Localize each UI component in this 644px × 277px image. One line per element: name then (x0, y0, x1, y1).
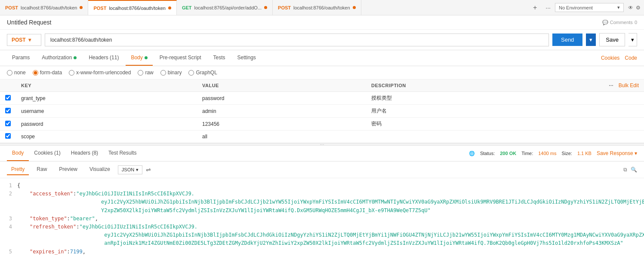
row-value[interactable]: 123456 (197, 118, 366, 131)
json-line-5: 5 "expires_in": 7199, (7, 248, 637, 256)
body-type-none[interactable]: none (7, 70, 26, 76)
more-tabs-button[interactable]: ··· (542, 4, 554, 11)
row-action (601, 118, 644, 131)
body-type-binary[interactable]: binary (160, 70, 182, 76)
body-type-urlencoded[interactable]: x-www-form-urlencoded (69, 70, 131, 76)
tab-authorization[interactable]: Authorization (37, 50, 82, 66)
tab-url-label: localhost:8766/oauth/token (109, 6, 166, 11)
search-icon[interactable]: 🔍 (631, 167, 637, 173)
table-header-actions: ··· Bulk Edit (601, 79, 644, 92)
cookies-link[interactable]: Cookies (601, 55, 619, 61)
row-checkbox[interactable] (5, 133, 11, 139)
code-link[interactable]: Code (625, 55, 637, 61)
body-type-bar: none form-data x-www-form-urlencoded raw… (0, 66, 644, 79)
eye-icon[interactable]: 👁 (628, 5, 633, 11)
comments-section: 💬 Comments 0 (602, 20, 637, 25)
save-button[interactable]: Save (599, 33, 625, 46)
method-chevron-icon: ▾ (28, 37, 31, 43)
row-key[interactable]: scope (16, 131, 197, 143)
row-value[interactable]: password (197, 92, 366, 105)
save-dropdown-button[interactable]: ▾ (629, 33, 637, 46)
row-checkbox[interactable] (5, 121, 11, 126)
chevron-down-icon: ▾ (617, 5, 620, 10)
status-label: Status: (480, 151, 495, 156)
tab-url-label: localhost:8766/oauth/token (21, 5, 77, 10)
tab-2[interactable]: POST localhost:8766/oauth/token (88, 0, 176, 15)
tab-body[interactable]: Body (126, 50, 152, 66)
tab-modified-dot (168, 6, 171, 9)
comments-label[interactable]: Comments (610, 20, 633, 25)
params-table-container: KEY VALUE DESCRIPTION ··· Bulk Edit gran… (0, 79, 644, 143)
format-tab-pretty[interactable]: Pretty (7, 164, 29, 175)
url-input[interactable] (45, 33, 549, 46)
body-type-form-data[interactable]: form-data (33, 70, 62, 76)
row-checkbox-cell[interactable] (0, 105, 16, 118)
row-action (601, 92, 644, 105)
json-line-4: 4 "refresh_token": "eyJhbGciOiJIUzI1NiIs… (7, 223, 637, 248)
bulk-edit-button[interactable]: Bulk Edit (619, 82, 639, 88)
row-description[interactable]: 密码 (366, 118, 601, 131)
right-tabs: Cookies Code (601, 55, 637, 61)
row-key[interactable]: username (16, 105, 197, 118)
tab-pre-request-script[interactable]: Pre-request Script (154, 50, 206, 66)
tab-settings[interactable]: Settings (232, 50, 261, 66)
copy-icon[interactable]: ⧉ (623, 167, 627, 173)
tab-modified-dot (80, 6, 83, 9)
tab-4[interactable]: POST localhost:8766/oauth/token (273, 0, 361, 15)
row-value[interactable]: admin (197, 105, 366, 118)
save-response-button[interactable]: Save Response ▾ (597, 150, 637, 156)
gear-icon[interactable]: ⚙ (636, 5, 641, 11)
comments-count: 0 (635, 20, 637, 25)
response-body: 1 { 2 "access_token": "eyJhbGciOiJIUzI1N… (0, 178, 644, 256)
env-dropdown[interactable]: No Environment ▾ (555, 3, 624, 12)
format-tab-raw[interactable]: Raw (32, 164, 51, 175)
tab-method-label: POST (5, 5, 18, 10)
format-tab-visualize[interactable]: Visualize (85, 164, 114, 175)
send-dropdown-button[interactable]: ▾ (586, 33, 596, 46)
comment-icon: 💬 (602, 20, 608, 25)
add-tab-button[interactable]: + (529, 4, 541, 12)
row-description[interactable]: 授权类型 (366, 92, 601, 105)
body-type-raw[interactable]: raw (138, 70, 153, 76)
row-action (601, 105, 644, 118)
table-row: grant_type password 授权类型 (0, 92, 644, 105)
row-description[interactable] (366, 131, 601, 143)
tab-headers[interactable]: Headers (11) (83, 50, 124, 66)
table-header-value: VALUE (197, 79, 366, 92)
row-key[interactable]: grant_type (16, 92, 197, 105)
json-format-select[interactable]: JSON ▾ (118, 165, 142, 174)
row-description[interactable]: 用户名 (366, 105, 601, 118)
tab-url-label: localhost:8765/api/order/addO... (194, 5, 262, 10)
more-actions-icon[interactable]: ··· (609, 83, 613, 88)
row-checkbox[interactable] (5, 95, 11, 100)
tab-params[interactable]: Params (7, 50, 35, 66)
wrap-icon[interactable]: ⇌ (146, 166, 151, 173)
resp-tab-cookies[interactable]: Cookies (1) (29, 146, 65, 161)
resp-tab-test-results[interactable]: Test Results (103, 146, 142, 161)
row-checkbox-cell[interactable] (0, 131, 16, 143)
row-checkbox-cell[interactable] (0, 92, 16, 105)
tab-3[interactable]: GET localhost:8765/api/order/addO... (177, 0, 273, 15)
tab-modified-dot (264, 6, 267, 9)
tab-method-label: POST (278, 5, 291, 10)
response-status-bar: 🌐 Status: 200 OK Time: 1400 ms Size: 1.1… (469, 150, 637, 156)
resp-tab-body[interactable]: Body (7, 146, 29, 161)
tab-modified-dot (353, 6, 356, 9)
method-select[interactable]: POST ▾ (7, 34, 41, 46)
tab-1[interactable]: POST localhost:8766/oauth/token (0, 0, 88, 15)
row-value[interactable]: all (197, 131, 366, 143)
resp-tab-headers[interactable]: Headers (8) (66, 146, 103, 161)
top-icons: 👁 ⚙ (625, 5, 644, 11)
row-checkbox[interactable] (5, 108, 11, 113)
row-checkbox-cell[interactable] (0, 118, 16, 131)
authorization-dot (74, 56, 77, 59)
row-action (601, 131, 644, 143)
row-key[interactable]: password (16, 118, 197, 131)
send-button[interactable]: Send (552, 33, 582, 46)
table-row: username admin 用户名 (0, 105, 644, 118)
tab-bar: POST localhost:8766/oauth/token POST loc… (0, 0, 644, 15)
body-type-graphql[interactable]: GraphQL (188, 70, 217, 76)
table-header-key: KEY (16, 79, 197, 92)
tab-tests[interactable]: Tests (208, 50, 230, 66)
format-tab-preview[interactable]: Preview (55, 164, 82, 175)
